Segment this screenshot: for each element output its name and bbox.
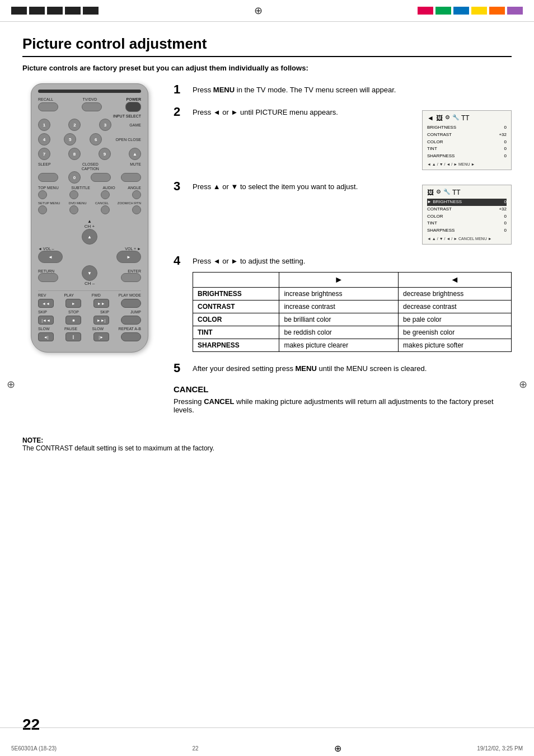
menu-1-footer: ◄ ▲ / ▼ / ◄ / ► MENU ► — [427, 162, 507, 166]
repeat-ab-label: REPEAT A-B — [118, 327, 141, 331]
sleep-btn[interactable] — [38, 173, 58, 182]
skip-back-btn[interactable]: |◄◄ — [38, 316, 54, 325]
cc-btn[interactable] — [91, 173, 111, 182]
fwd-label: FWD — [92, 293, 101, 297]
return-enter-row: RETURN ▼ CH – ENTER — [38, 265, 141, 286]
page-title: Picture control adjustment — [22, 35, 512, 57]
repeat-ab-btn[interactable] — [121, 332, 141, 341]
remote-btn-row-1 — [38, 102, 141, 112]
fwd-btn[interactable]: ►► — [93, 299, 109, 308]
content-columns: RECALL TV/DVD POWER INPUT SELECT 1 2 3 G… — [22, 83, 512, 414]
skip-fwd-btn[interactable]: ►►| — [93, 316, 109, 325]
num-7-btn[interactable]: 7 — [38, 148, 50, 160]
zoom-ch-rtn-label: ZOOM/CH RTN — [118, 201, 141, 205]
num-1-btn[interactable]: 1 — [38, 119, 50, 131]
dvd-menu-btn[interactable] — [69, 205, 78, 214]
cancel-bold: CANCEL — [204, 397, 234, 406]
row-tint-left: be greenish color — [399, 326, 512, 339]
step-2-text: Press ◄ or ► until PICTURE menu appears. — [193, 107, 413, 118]
slow-back-btn[interactable]: ◄| — [38, 332, 54, 341]
ch-down-btn[interactable]: ▼ — [82, 265, 97, 281]
menu-display-2: 🖼 ⚙ 🔧 TT ► BRIGHTNESS0 CONTRAST+32 C — [422, 185, 512, 245]
num-0-btn[interactable]: 0 — [68, 171, 81, 184]
pause-label: PAUSE — [64, 327, 77, 331]
pause-btn[interactable]: ‖ — [65, 332, 81, 341]
color-bar-1 — [418, 7, 433, 15]
color-bar-3 — [453, 7, 469, 15]
zoom-ch-rtn-btn[interactable] — [132, 205, 141, 214]
remote-control-col: RECALL TV/DVD POWER INPUT SELECT 1 2 3 G… — [22, 83, 157, 414]
vol-plus-btn[interactable]: ► — [116, 251, 141, 263]
return-btn[interactable] — [38, 273, 58, 282]
table-row: SHARPNESS makes picture clearer makes pi… — [193, 339, 512, 352]
row-color-right: be brilliant color — [279, 313, 399, 326]
num-4-btn[interactable]: 4 — [38, 133, 50, 145]
num-2-btn[interactable]: 2 — [68, 119, 81, 131]
table-header-item — [193, 273, 279, 288]
num-row-1: 1 2 3 GAME — [38, 119, 141, 131]
recall-btn[interactable] — [38, 102, 58, 111]
row-brightness-left: decrease brightness — [399, 288, 512, 300]
step-4-text: Press ◄ or ► to adjust the setting. — [193, 256, 512, 267]
num-6-btn[interactable]: 6 — [90, 133, 102, 145]
color-bar-2 — [435, 7, 451, 15]
icon-settings: ⚙ — [445, 114, 450, 122]
cancel-remote-btn[interactable] — [101, 205, 110, 214]
angle-btn[interactable] — [132, 190, 141, 199]
menu-1-row-color: COLOR0 — [427, 139, 507, 146]
stop-btn[interactable]: ■ — [65, 316, 81, 325]
num-3-btn[interactable]: 3 — [99, 119, 111, 131]
subtitle-btn[interactable] — [69, 190, 78, 199]
menu-2-row-color: COLOR0 — [427, 213, 507, 220]
ch-up-btn[interactable]: ▲ — [82, 229, 97, 245]
menu-display-1: ◄ 🖼 ⚙ 🔧 TT BRIGHTNESS0 CONTRAST+32 — [422, 110, 512, 170]
row-sharpness-label: SHARPNESS — [193, 339, 279, 352]
top-bar-right — [418, 7, 523, 15]
row-contrast-label: CONTRAST — [193, 300, 279, 313]
rev-btn[interactable]: ◄◄ — [38, 299, 54, 308]
icon-wrench-2: 🔧 — [443, 189, 450, 196]
play-btn[interactable]: ► — [65, 299, 81, 308]
table-row: TINT be reddish color be greenish color — [193, 326, 512, 339]
sleep-cc-mute-row: 0 — [38, 171, 141, 184]
enter-btn[interactable] — [121, 273, 141, 282]
step-2-content: Press ◄ or ► until PICTURE menu appears. — [193, 106, 413, 170]
vol-plus-label: VOL + ► — [116, 247, 141, 251]
num-8-btn[interactable]: 8 — [68, 148, 81, 160]
num-5-btn[interactable]: 5 — [64, 133, 76, 145]
page-subtitle: Picture controls are factory preset but … — [22, 64, 512, 72]
menu-2-footer: ◄ ▲ / ▼ / ◄ / ► CANCEL MENU ► — [427, 237, 507, 241]
icon-picture-2: 🖼 — [427, 189, 434, 196]
jump-label: JUMP — [130, 310, 141, 314]
setup-menu-btn[interactable] — [38, 205, 47, 214]
compass-icon-top: ⊕ — [254, 4, 263, 17]
step-5-text: After your desired setting press MENU un… — [193, 363, 512, 374]
audio-btn[interactable] — [101, 190, 110, 199]
mute-btn[interactable] — [121, 173, 141, 182]
pb-row-3: ◄| ‖ |► — [38, 332, 141, 341]
power-btn[interactable] — [125, 102, 141, 112]
jump-btn[interactable] — [121, 316, 141, 325]
play-mode-btn[interactable] — [121, 299, 141, 308]
row-contrast-left: decrease contrast — [399, 300, 512, 313]
num-9-btn[interactable]: 9 — [99, 148, 111, 160]
ch-down-label: CH – — [82, 281, 97, 286]
step-3-text: Press ▲ or ▼ to select the item you want… — [193, 181, 413, 192]
tvdvd-btn[interactable] — [82, 102, 102, 111]
step-5-content: After your desired setting press MENU un… — [193, 362, 512, 374]
subtitle-label: SUBTITLE — [71, 186, 90, 190]
icon-tt: TT — [461, 114, 470, 122]
top-menu-btn[interactable] — [38, 190, 47, 199]
up-arrow-btn[interactable]: ▲ — [129, 148, 141, 160]
slow-fwd-btn[interactable]: |► — [93, 332, 109, 341]
step-2-left: 2 Press ◄ or ► until PICTURE menu appear… — [174, 106, 413, 170]
menu-2-row-sharpness: SHARPNESS0 — [427, 227, 507, 234]
step-5: 5 After your desired setting press MENU … — [174, 362, 512, 374]
vol-minus-btn[interactable]: ◄ — [38, 251, 63, 263]
play-label: PLAY — [64, 293, 73, 297]
color-bar-4 — [471, 7, 487, 15]
stop-label: STOP — [68, 310, 79, 314]
cancel-btn-label: CANCEL — [95, 201, 109, 205]
table-row: CONTRAST increase contrast decrease cont… — [193, 300, 512, 313]
pb-labels-3: SLOW PAUSE SLOW REPEAT A-B — [38, 327, 141, 331]
